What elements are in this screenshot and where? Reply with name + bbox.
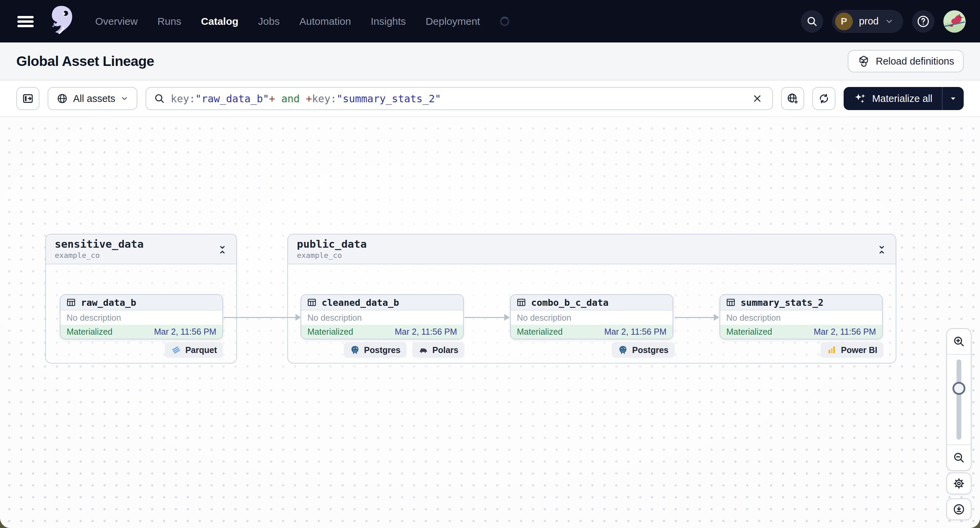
tag-label: Polars bbox=[433, 345, 458, 355]
tag-parquet[interactable]: Parquet bbox=[165, 342, 223, 358]
table-icon bbox=[307, 297, 317, 308]
refresh-graph-button[interactable] bbox=[812, 87, 835, 110]
status-badge: Materialized bbox=[726, 327, 772, 337]
edge-cleaned-to-combo bbox=[465, 317, 504, 318]
asset-description: No description bbox=[511, 311, 673, 325]
zoom-out-button[interactable] bbox=[947, 444, 971, 470]
global-search-button[interactable] bbox=[801, 10, 823, 33]
group-header[interactable]: public_data example_co bbox=[288, 235, 896, 264]
nav-item-catalog[interactable]: Catalog bbox=[201, 16, 239, 27]
collapse-icon bbox=[877, 245, 887, 255]
materialization-timestamp[interactable]: Mar 2, 11:56 PM bbox=[154, 327, 216, 337]
zoom-slider-thumb[interactable] bbox=[953, 382, 966, 395]
nav-item-overview[interactable]: Overview bbox=[95, 16, 138, 27]
parquet-icon bbox=[171, 345, 181, 355]
nav-item-deployment[interactable]: Deployment bbox=[426, 16, 480, 27]
close-icon bbox=[752, 93, 763, 104]
globe-plus-icon bbox=[786, 92, 799, 105]
asset-node-combo-b-c-data[interactable]: combo_b_c_data No description Materializ… bbox=[510, 294, 673, 339]
dagster-logo-icon[interactable] bbox=[43, 4, 78, 39]
zoom-out-icon bbox=[953, 451, 966, 464]
tag-postgres[interactable]: Postgres bbox=[612, 342, 675, 358]
nav-item-insights[interactable]: Insights bbox=[371, 16, 406, 27]
asset-node-header: combo_b_c_data bbox=[511, 295, 673, 311]
graph-settings-button[interactable] bbox=[947, 473, 972, 495]
reload-definitions-icon bbox=[857, 55, 870, 68]
zoom-controls bbox=[947, 328, 972, 471]
help-button[interactable] bbox=[912, 10, 934, 33]
materialization-timestamp[interactable]: Mar 2, 11:56 PM bbox=[814, 327, 876, 337]
asset-status-bar: Materialized Mar 2, 11:56 PM bbox=[60, 325, 223, 339]
asset-scope-dropdown[interactable]: All assets bbox=[48, 87, 137, 110]
tag-powerbi[interactable]: Power BI bbox=[821, 342, 883, 358]
group-title: sensitive_data bbox=[55, 238, 228, 250]
nav-item-automation[interactable]: Automation bbox=[299, 16, 351, 27]
zoom-in-icon bbox=[953, 335, 966, 348]
table-icon bbox=[725, 297, 736, 308]
search-icon bbox=[806, 15, 818, 27]
asset-tags-summary-stats-2: Power BI bbox=[821, 342, 883, 358]
asset-name: combo_b_c_data bbox=[531, 297, 609, 308]
asset-search-input[interactable]: key:"raw_data_b"+ and +key:"summary_stat… bbox=[146, 87, 773, 110]
collapse-group-button[interactable] bbox=[875, 243, 888, 256]
asset-status-bar: Materialized Mar 2, 11:56 PM bbox=[720, 325, 882, 339]
group-header[interactable]: sensitive_data example_co bbox=[46, 235, 236, 264]
top-nav: Overview Runs Catalog Jobs Automation In… bbox=[0, 0, 980, 43]
reload-definitions-button[interactable]: Reload definitions bbox=[848, 50, 964, 72]
view-scope-button[interactable] bbox=[781, 87, 804, 110]
reload-definitions-label: Reload definitions bbox=[876, 56, 954, 67]
materialize-options-button[interactable] bbox=[943, 87, 964, 110]
materialization-timestamp[interactable]: Mar 2, 11:56 PM bbox=[604, 327, 667, 337]
tag-polars[interactable]: Polars bbox=[412, 342, 465, 358]
collapse-icon bbox=[217, 245, 228, 255]
group-owner: example_co bbox=[55, 251, 228, 260]
caret-down-icon bbox=[948, 94, 958, 103]
table-icon bbox=[516, 297, 527, 308]
postgres-icon bbox=[350, 345, 360, 355]
environment-switcher[interactable]: P prod bbox=[832, 10, 903, 33]
group-owner: example_co bbox=[297, 251, 887, 260]
environment-avatar: P bbox=[835, 13, 853, 30]
tag-postgres[interactable]: Postgres bbox=[344, 342, 407, 358]
asset-node-header: summary_stats_2 bbox=[720, 295, 882, 311]
nav-item-runs[interactable]: Runs bbox=[158, 16, 181, 27]
nav-item-jobs[interactable]: Jobs bbox=[258, 16, 280, 27]
tag-label: Postgres bbox=[632, 345, 668, 355]
environment-label: prod bbox=[859, 16, 879, 27]
materialize-all-button[interactable]: Materialize all bbox=[844, 87, 942, 110]
asset-description: No description bbox=[720, 311, 882, 325]
globe-icon bbox=[56, 93, 68, 104]
edge-combo-to-summary bbox=[675, 317, 714, 318]
open-sidebar-button[interactable] bbox=[16, 87, 40, 110]
asset-scope-label: All assets bbox=[73, 93, 115, 104]
polars-icon bbox=[418, 345, 428, 355]
download-graph-button[interactable] bbox=[947, 498, 972, 520]
collapse-group-button[interactable] bbox=[216, 243, 229, 256]
asset-tags-raw-data-b: Parquet bbox=[165, 342, 223, 358]
lineage-canvas[interactable]: sensitive_data example_co public_data ex… bbox=[0, 118, 980, 528]
page-title: Global Asset Lineage bbox=[16, 53, 154, 69]
asset-node-raw-data-b[interactable]: raw_data_b No description Materialized M… bbox=[60, 294, 223, 339]
materialization-timestamp[interactable]: Mar 2, 11:56 PM bbox=[395, 327, 457, 337]
zoom-slider[interactable] bbox=[956, 360, 961, 440]
asset-node-header: cleaned_data_b bbox=[301, 295, 463, 311]
refresh-icon bbox=[818, 92, 830, 105]
asset-status-bar: Materialized Mar 2, 11:56 PM bbox=[511, 325, 673, 339]
asset-node-cleaned-data-b[interactable]: cleaned_data_b No description Materializ… bbox=[301, 294, 464, 339]
zoom-slider-zone bbox=[947, 355, 971, 444]
user-avatar[interactable] bbox=[943, 10, 966, 33]
asset-description: No description bbox=[60, 311, 223, 325]
download-icon bbox=[953, 503, 966, 516]
asset-name: raw_data_b bbox=[81, 297, 136, 308]
status-badge: Materialized bbox=[517, 327, 563, 337]
asset-node-summary-stats-2[interactable]: summary_stats_2 No description Materiali… bbox=[719, 294, 883, 339]
menu-button[interactable] bbox=[16, 11, 35, 31]
zoom-in-button[interactable] bbox=[947, 329, 971, 355]
nav-right: P prod bbox=[801, 10, 966, 33]
lineage-toolbar: All assets key:"raw_data_b"+ and +key:"s… bbox=[0, 81, 980, 117]
sparkles-icon bbox=[853, 92, 867, 105]
postgres-icon bbox=[618, 345, 628, 355]
clear-search-button[interactable] bbox=[750, 91, 765, 106]
page-header: Global Asset Lineage Reload definitions bbox=[0, 43, 980, 81]
search-icon bbox=[154, 93, 165, 104]
